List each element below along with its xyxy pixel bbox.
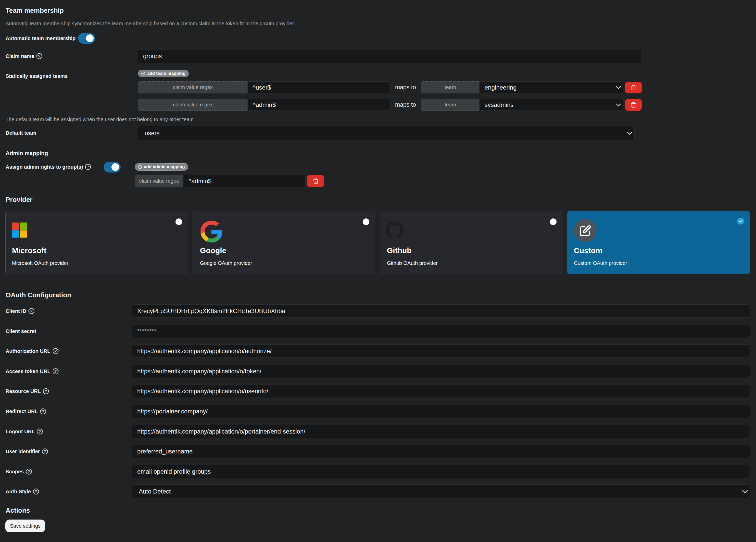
svg-text:?: ? <box>39 429 41 434</box>
svg-text:?: ? <box>87 164 89 169</box>
svg-text:?: ? <box>42 409 44 413</box>
svg-text:?: ? <box>30 309 33 313</box>
svg-text:?: ? <box>45 389 47 393</box>
svg-text:?: ? <box>38 54 41 58</box>
svg-text:?: ? <box>54 369 57 373</box>
svg-text:?: ? <box>28 469 30 474</box>
svg-text:?: ? <box>35 489 37 494</box>
svg-text:?: ? <box>54 349 57 353</box>
svg-text:?: ? <box>44 449 46 454</box>
